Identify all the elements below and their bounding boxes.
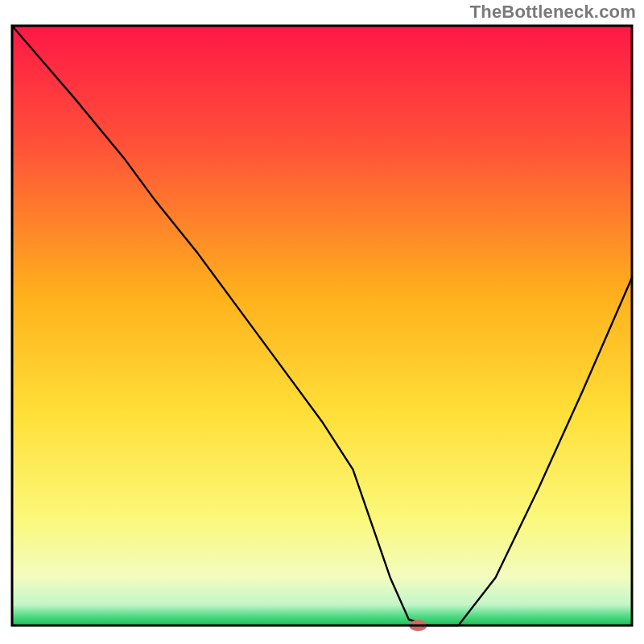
- chart-container: TheBottleneck.com: [0, 0, 644, 644]
- watermark-text: TheBottleneck.com: [470, 2, 636, 23]
- plot-background: [12, 26, 632, 625]
- bottleneck-chart: [0, 0, 644, 644]
